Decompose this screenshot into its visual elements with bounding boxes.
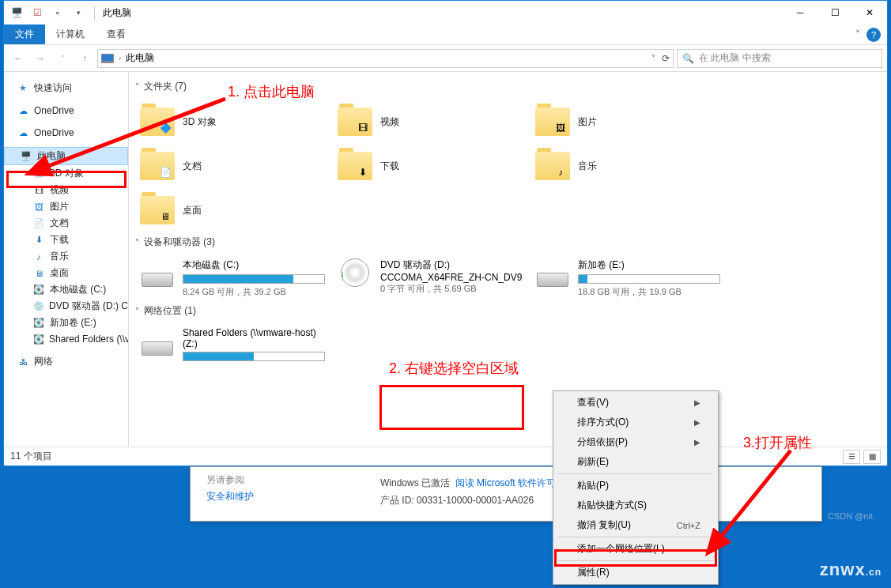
- cloud-icon: ☁: [17, 104, 29, 117]
- drive-name: Shared Folders (\\vmware-host) (Z:): [183, 327, 328, 349]
- pc-icon: 🖥️: [20, 150, 32, 163]
- folder-label: 桌面: [183, 204, 202, 217]
- submenu-arrow-icon: ▶: [694, 418, 700, 427]
- folder-label: 下载: [380, 160, 399, 173]
- hdd-icon: [537, 273, 568, 287]
- menu-separator: [558, 537, 713, 537]
- folder-icon: ⬇: [338, 152, 372, 180]
- minimize-button[interactable]: ─: [783, 1, 817, 24]
- chevron-down-icon[interactable]: ˅: [135, 307, 139, 315]
- sidebar-shared-folders[interactable]: 💽Shared Folders (\\vmware-host) (Z:): [4, 331, 128, 347]
- sidebar-drive-d[interactable]: 💿DVD 驱动器 (D:) CCCOMA_X64FRE_ZH-CN_DV9: [4, 298, 128, 315]
- folder-icon: 📄: [140, 152, 175, 180]
- sidebar-onedrive-1[interactable]: ☁OneDrive: [4, 103, 128, 119]
- drive-name: 新加卷 (E:): [578, 258, 723, 272]
- folder-tile[interactable]: 📄文档: [135, 144, 333, 188]
- hdd-icon: 💽: [32, 317, 45, 330]
- sidebar-music[interactable]: ♪音乐: [4, 248, 128, 265]
- address-dropdown-icon[interactable]: ˅: [651, 54, 655, 62]
- sidebar-3d-objects[interactable]: ▣3D 对象: [4, 165, 128, 182]
- refresh-icon[interactable]: ⟳: [662, 53, 670, 64]
- hdd-icon: [142, 341, 173, 356]
- sidebar-downloads[interactable]: ⬇下载: [4, 232, 128, 248]
- group-network[interactable]: ˅网络位置 (1): [135, 304, 881, 318]
- folder-icon: 🖼: [535, 107, 570, 136]
- context-menu-item[interactable]: 刷新(E): [555, 452, 716, 472]
- qat-new-folder-icon[interactable]: ▫: [50, 5, 66, 21]
- sidebar-this-pc[interactable]: 🖥️此电脑: [4, 147, 128, 165]
- context-menu-item[interactable]: 排序方式(O)▶: [555, 413, 716, 432]
- context-menu-item[interactable]: 撤消 复制(U)Ctrl+Z: [555, 515, 716, 535]
- drive-tile[interactable]: Shared Folders (\\vmware-host) (Z:): [135, 324, 333, 367]
- sidebar-videos[interactable]: 🎞视频: [4, 182, 128, 198]
- view-icons-button[interactable]: ▦: [863, 450, 881, 464]
- file-explorer-window: 🖥️ ☑ ▫ ▾ 此电脑 ─ ☐ ✕ 文件 计算机 查看 ˅ ? ← → ˅ ↑…: [3, 0, 888, 466]
- group-drives[interactable]: ˅设备和驱动器 (3): [135, 236, 881, 249]
- statusbar: 11 个项目 ☰ ▦: [4, 447, 887, 466]
- breadcrumb-chevron-icon[interactable]: ›: [119, 54, 121, 62]
- view-details-button[interactable]: ☰: [843, 450, 860, 464]
- shortcut-label: Ctrl+Z: [677, 521, 700, 530]
- drive-tile[interactable]: 本地磁盘 (C:)8.24 GB 可用，共 39.2 GB: [135, 255, 333, 301]
- submenu-arrow-icon: ▶: [694, 438, 700, 447]
- ribbon: 文件 计算机 查看 ˅ ?: [4, 24, 887, 45]
- folder-label: 图片: [578, 115, 597, 129]
- context-menu-item[interactable]: 分组依据(P)▶: [555, 432, 716, 452]
- context-menu-item[interactable]: 粘贴(P): [555, 476, 716, 496]
- sidebar-onedrive-2[interactable]: ☁OneDrive: [4, 125, 128, 141]
- sidebar-documents[interactable]: 📄文档: [4, 215, 128, 232]
- sidebar-drive-c[interactable]: 💽本地磁盘 (C:): [4, 281, 128, 298]
- ribbon-tab-view[interactable]: 查看: [96, 24, 137, 44]
- nav-up-button[interactable]: ↑: [75, 49, 94, 68]
- sidebar-drive-e[interactable]: 💽新加卷 (E:): [4, 315, 128, 331]
- sidebar-quick-access[interactable]: ★快速访问: [4, 80, 128, 96]
- menu-item-label: 属性(R): [577, 566, 610, 579]
- address-text[interactable]: 此电脑: [126, 51, 154, 65]
- network-icon: 🖧: [17, 356, 29, 368]
- close-button[interactable]: ✕: [852, 1, 887, 24]
- sidebar-desktop[interactable]: 🖥桌面: [4, 265, 128, 281]
- context-menu-item[interactable]: 查看(V)▶: [555, 393, 716, 413]
- product-id-text: 产品 ID: 00331-10000-00001-AA026: [380, 494, 534, 507]
- drive-tile[interactable]: 新加卷 (E:)18.8 GB 可用，共 19.9 GB: [530, 255, 728, 301]
- qat-properties-icon[interactable]: ☑: [29, 5, 45, 21]
- document-icon: 📄: [32, 217, 45, 230]
- context-menu-item[interactable]: 添加一个网络位置(L): [555, 539, 716, 559]
- drive-tiles: 本地磁盘 (C:)8.24 GB 可用，共 39.2 GBDVD 驱动器 (D:…: [135, 255, 881, 301]
- qat-dropdown-icon[interactable]: ▾: [70, 5, 86, 21]
- sidebar-network[interactable]: 🖧网络: [4, 353, 128, 370]
- folder-tile[interactable]: 🖥桌面: [135, 188, 333, 232]
- group-folders[interactable]: ˅文件夹 (7): [135, 80, 881, 93]
- chevron-down-icon[interactable]: ˅: [135, 82, 139, 91]
- system-panel: 另请参阅 安全和维护 Windows 已激活 阅读 Microsoft 软件许可…: [190, 466, 822, 522]
- nav-forward-button[interactable]: →: [31, 49, 50, 68]
- content-pane[interactable]: ˅文件夹 (7) 🔷3D 对象🎞视频🖼图片📄文档⬇下载♪音乐🖥桌面 ˅设备和驱动…: [129, 72, 887, 447]
- ribbon-expand-icon[interactable]: ˅: [855, 29, 860, 40]
- ribbon-file-tab[interactable]: 文件: [4, 24, 45, 44]
- folder-tile[interactable]: 🎞视频: [333, 100, 530, 144]
- folder-tile[interactable]: ⬇下载: [333, 144, 530, 188]
- search-box[interactable]: 🔍 在 此电脑 中搜索: [677, 49, 882, 68]
- context-menu-item[interactable]: 属性(R): [555, 563, 716, 582]
- network-drive-icon: 💽: [32, 333, 44, 345]
- maximize-button[interactable]: ☐: [817, 1, 852, 24]
- drive-name: DVD 驱动器 (D:): [380, 258, 526, 272]
- nav-back-button[interactable]: ←: [9, 49, 28, 68]
- separator: [94, 6, 95, 20]
- ribbon-tab-computer[interactable]: 计算机: [45, 24, 96, 44]
- context-menu-item[interactable]: 粘贴快捷方式(S): [555, 496, 716, 515]
- folder-tile[interactable]: 🔷3D 对象: [135, 100, 333, 144]
- chevron-down-icon[interactable]: ˅: [135, 238, 139, 247]
- address-bar[interactable]: › 此电脑 ˅ ⟳: [97, 49, 674, 68]
- navigation-bar: ← → ˅ ↑ › 此电脑 ˅ ⟳ 🔍 在 此电脑 中搜索: [4, 45, 887, 72]
- sidebar-pictures[interactable]: 🖼图片: [4, 198, 128, 215]
- folder-tile[interactable]: ♪音乐: [530, 144, 728, 188]
- folder-tile[interactable]: 🖼图片: [530, 100, 728, 144]
- context-menu: 查看(V)▶排序方式(O)▶分组依据(P)▶刷新(E)粘贴(P)粘贴快捷方式(S…: [553, 390, 719, 585]
- menu-item-label: 撤消 复制(U): [577, 518, 631, 532]
- nav-recent-dropdown[interactable]: ˅: [53, 49, 72, 68]
- drive-tile[interactable]: DVD 驱动器 (D:)CCCOMA_X64FRE_ZH-CN_DV90 字节 …: [333, 255, 530, 301]
- folder-tiles: 🔷3D 对象🎞视频🖼图片📄文档⬇下载♪音乐🖥桌面: [135, 100, 881, 232]
- menu-item-label: 排序方式(O): [577, 416, 629, 429]
- help-icon[interactable]: ?: [866, 28, 881, 42]
